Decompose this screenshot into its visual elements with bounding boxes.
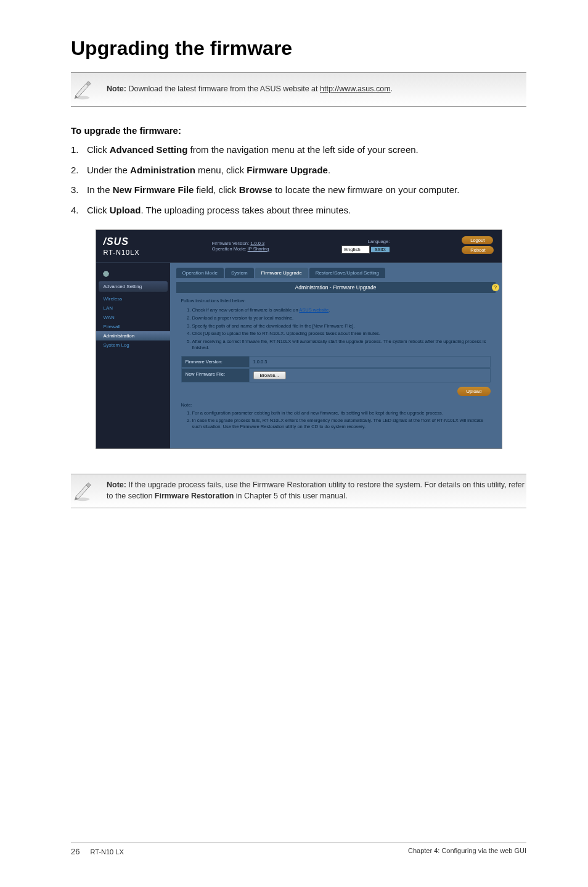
tab-operation-mode[interactable]: Operation Mode	[176, 268, 224, 278]
intro-text: Follow instructions listed below:	[181, 298, 491, 303]
asus-logo: /SUS	[104, 236, 140, 247]
footer-chapter: Chapter 4: Configuring via the web GUI	[408, 847, 526, 856]
sidebar-item-wan[interactable]: WAN	[96, 313, 170, 322]
page-number: 26	[71, 847, 80, 856]
firmware-version-label: Firmware Version:	[182, 357, 250, 367]
firmware-version-value: 1.0.0.3	[250, 357, 490, 367]
firmware-version-row: Firmware Version: 1.0.0.3	[181, 356, 491, 368]
footer: 26 RT-N10 LX Chapter 4: Configuring via …	[71, 843, 526, 856]
new-firmware-file-row: New Firmware File: Browse...	[181, 368, 491, 382]
sidebar-item-administration[interactable]: Administration	[96, 331, 170, 340]
help-icon[interactable]: ?	[492, 284, 499, 291]
note-block-2: Note: If the upgrade process fails, use …	[71, 474, 526, 508]
sidebar-item-wireless[interactable]: Wireless	[96, 294, 170, 303]
gear-icon	[101, 269, 111, 279]
sidebar-gear-row[interactable]	[96, 266, 170, 281]
instruction-5: After receiving a correct firmware file,…	[192, 339, 491, 351]
model-name: RT-N10LX	[104, 249, 140, 256]
step-4: 4. Click Upload. The uploading process t…	[71, 204, 526, 218]
sidebar-item-firewall[interactable]: Firewall	[96, 322, 170, 331]
pencil-icon	[71, 479, 94, 503]
note-text-1: Note: Download the latest firmware from …	[107, 84, 393, 95]
upload-button[interactable]: Upload	[457, 387, 490, 396]
header-info: Firmware Version: 1.0.0.3 Operation Mode…	[212, 241, 269, 252]
footer-model: RT-N10 LX	[91, 848, 124, 856]
panel-note-2: In case the upgrade process fails, RT-N1…	[192, 418, 491, 430]
logout-button[interactable]: Logout	[462, 236, 493, 244]
sidebar-item-system-log[interactable]: System Log	[96, 340, 170, 350]
reboot-button[interactable]: Reboot	[462, 246, 494, 254]
step-1: 1. Click Advanced Setting from the navig…	[71, 143, 526, 157]
panel-note-label: Note:	[181, 402, 491, 408]
instructions-list: Check if any new version of firmware is …	[181, 307, 491, 351]
sidebar-advanced-setting[interactable]: Advanced Setting	[99, 281, 168, 292]
panel-content: Follow instructions listed below: Check …	[176, 293, 496, 440]
page-title: Upgrading the firmware	[71, 37, 526, 60]
main-panel: Operation Mode System Firmware Upgrade R…	[170, 263, 502, 448]
note-block-1: Note: Download the latest firmware from …	[71, 72, 526, 107]
tab-system[interactable]: System	[225, 268, 254, 278]
browse-button[interactable]: Browse...	[253, 371, 286, 379]
pencil-icon	[71, 78, 94, 101]
language-label: Language:	[341, 239, 390, 244]
tab-firmware-upgrade[interactable]: Firmware Upgrade	[255, 268, 308, 278]
instruction-2: Download a proper version to your local …	[192, 315, 491, 321]
sidebar: Advanced Setting Wireless LAN WAN Firewa…	[96, 263, 170, 448]
new-firmware-file-label: New Firmware File:	[182, 369, 250, 382]
instruction-3: Specify the path of and name of the down…	[192, 323, 491, 329]
ssid-label: SSID:	[371, 247, 390, 252]
steps-list: 1. Click Advanced Setting from the navig…	[71, 143, 526, 217]
note-text-2: Note: If the upgrade process fails, use …	[107, 480, 526, 501]
router-admin-screenshot: /SUS RT-N10LX Firmware Version: 1.0.0.3 …	[96, 229, 502, 449]
instruction-1: Check if any new version of firmware is …	[192, 307, 491, 313]
panel-note-1: For a configuration parameter existing b…	[192, 410, 491, 416]
step-2: 2. Under the Administration menu, click …	[71, 163, 526, 178]
language-select[interactable]: English	[341, 245, 370, 254]
step-3: 3. In the New Firmware File field, click…	[71, 183, 526, 197]
panel-heading: Administration - Firmware Upgrade ?	[176, 282, 496, 293]
tabs: Operation Mode System Firmware Upgrade R…	[176, 268, 496, 278]
tab-restore-save-upload[interactable]: Restore/Save/Upload Setting	[309, 268, 385, 278]
instruction-4: Click [Upload] to upload the file to RT-…	[192, 331, 491, 337]
sidebar-item-lan[interactable]: LAN	[96, 303, 170, 313]
panel-notes-list: For a configuration parameter existing b…	[181, 410, 491, 430]
asus-website-link[interactable]: http://www.asus.com	[320, 85, 391, 93]
sub-heading: To upgrade the firmware:	[71, 125, 526, 136]
router-header: /SUS RT-N10LX Firmware Version: 1.0.0.3 …	[96, 230, 502, 263]
